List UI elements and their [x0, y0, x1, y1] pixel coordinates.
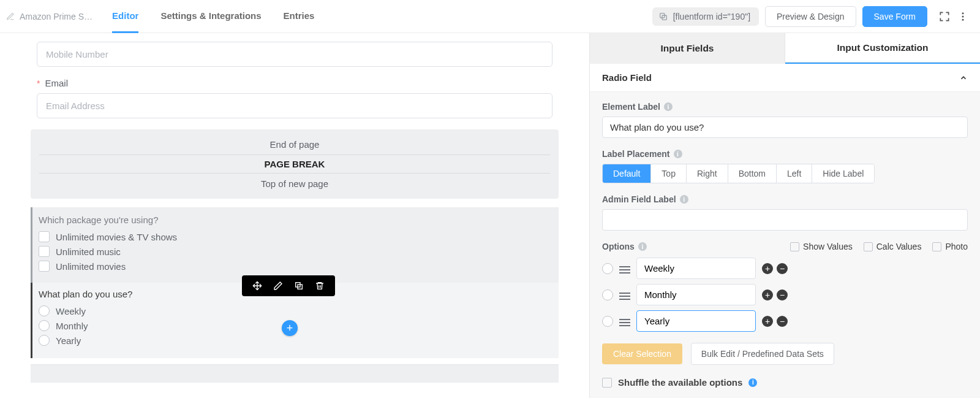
tab-input-customization[interactable]: Input Customization — [785, 33, 980, 64]
plan-option-label: Monthly — [56, 321, 88, 331]
radio-icon[interactable] — [39, 320, 50, 331]
option-label-input[interactable] — [636, 310, 756, 332]
calc-values-checkbox[interactable]: Calc Values — [864, 242, 922, 251]
page-break-top-text: Top of new page — [39, 177, 550, 190]
sidebar: Input Fields Input Customization Radio F… — [590, 33, 980, 398]
info-icon[interactable]: i — [664, 102, 673, 111]
remove-option-button[interactable]: − — [777, 316, 788, 327]
preview-design-button[interactable]: Preview & Design — [765, 6, 856, 27]
plan-option-label: Weekly — [56, 306, 86, 316]
drag-handle-icon[interactable] — [619, 317, 630, 326]
form-title-edit[interactable]: Amazon Prime S… — [6, 12, 92, 21]
shortcode-text: [fluentform id="190"] — [673, 12, 750, 21]
email-label: Email — [45, 78, 68, 88]
clear-selection-button[interactable]: Clear Selection — [602, 343, 682, 364]
package-option-label: Unlimited movies — [56, 261, 126, 272]
tab-settings[interactable]: Settings & Integrations — [160, 0, 261, 33]
add-option-button[interactable]: + — [762, 263, 773, 274]
placement-right[interactable]: Right — [687, 164, 728, 183]
more-menu-icon[interactable] — [956, 9, 970, 24]
move-icon[interactable] — [248, 279, 266, 293]
form-title-text: Amazon Prime S… — [20, 12, 92, 21]
option-row: + − — [602, 284, 968, 305]
checkbox-icon[interactable] — [39, 231, 50, 242]
duplicate-icon[interactable] — [290, 279, 308, 293]
mobile-input[interactable] — [37, 42, 552, 67]
fullscreen-icon[interactable] — [937, 9, 952, 24]
plan-option-label: Yearly — [56, 335, 81, 346]
plan-option[interactable]: Yearly — [39, 335, 552, 346]
sidebar-tabs: Input Fields Input Customization — [590, 33, 980, 64]
tab-editor[interactable]: Editor — [112, 0, 138, 33]
top-tabs: Editor Settings & Integrations Entries — [112, 0, 314, 33]
tab-input-fields[interactable]: Input Fields — [590, 33, 785, 64]
option-default-radio[interactable] — [602, 316, 613, 327]
package-option[interactable]: Unlimited movies — [39, 261, 552, 272]
photo-checkbox[interactable]: Photo — [932, 242, 968, 251]
info-icon[interactable]: i — [638, 242, 647, 251]
bulk-edit-button[interactable]: Bulk Edit / Predefined Data Sets — [691, 343, 834, 365]
option-default-radio[interactable] — [602, 289, 613, 300]
trash-icon[interactable] — [311, 279, 329, 293]
pencil-icon — [6, 12, 15, 21]
info-icon[interactable]: i — [674, 150, 682, 158]
add-option-button[interactable]: + — [762, 289, 773, 300]
label-placement-header: Label Placement i — [602, 149, 968, 159]
shortcode-copy[interactable]: [fluentform id="190"] — [652, 7, 759, 26]
placement-hide[interactable]: Hide Label — [812, 164, 874, 183]
admin-label-input[interactable] — [602, 209, 968, 231]
radio-icon[interactable] — [39, 335, 50, 346]
remove-option-button[interactable]: − — [777, 289, 788, 300]
placement-top[interactable]: Top — [651, 164, 687, 183]
package-option[interactable]: Unlimited music — [39, 246, 552, 257]
form-canvas: * Email End of page PAGE BREAK Top of ne… — [0, 33, 590, 398]
option-row: + − — [602, 310, 968, 332]
shuffle-label: Shuffle the available options — [618, 377, 742, 388]
drag-handle-icon[interactable] — [619, 291, 630, 299]
save-form-button[interactable]: Save Form — [862, 6, 927, 27]
placement-default[interactable]: Default — [603, 164, 651, 183]
admin-label-header: Admin Field Label i — [602, 194, 968, 204]
field-package[interactable]: Which package you're using? Unlimited mo… — [31, 207, 559, 283]
checkbox-icon[interactable] — [39, 246, 50, 257]
info-icon[interactable]: i — [680, 195, 688, 204]
add-field-button[interactable]: + — [282, 320, 298, 336]
empty-block — [31, 364, 559, 383]
radio-icon[interactable] — [39, 305, 50, 316]
field-mobile[interactable] — [31, 33, 559, 69]
info-icon[interactable]: i — [748, 378, 757, 387]
package-question-label: Which package you're using? — [39, 215, 552, 225]
plan-option[interactable]: Weekly — [39, 305, 552, 316]
element-label-input[interactable] — [602, 117, 968, 138]
add-option-button[interactable]: + — [762, 316, 773, 327]
page-break-mid-text: PAGE BREAK — [39, 159, 550, 169]
show-values-checkbox[interactable]: Show Values — [790, 242, 853, 251]
option-label-input[interactable] — [636, 284, 756, 305]
svg-point-4 — [962, 18, 964, 20]
page-break-end-text: End of page — [39, 138, 550, 151]
sidebar-section-title: Radio Field — [602, 72, 652, 83]
options-header: Options i — [602, 242, 647, 251]
svg-point-2 — [962, 12, 964, 14]
placement-left[interactable]: Left — [777, 164, 812, 183]
shuffle-checkbox[interactable] — [602, 378, 612, 388]
placement-bottom[interactable]: Bottom — [728, 164, 777, 183]
chevron-up-icon — [959, 74, 968, 82]
field-email[interactable]: * Email — [31, 75, 559, 121]
page-break-element[interactable]: End of page PAGE BREAK Top of new page — [31, 129, 559, 199]
checkbox-icon[interactable] — [39, 261, 50, 272]
remove-option-button[interactable]: − — [777, 263, 788, 274]
drag-handle-icon[interactable] — [619, 264, 630, 273]
option-label-input[interactable] — [636, 258, 756, 279]
email-input[interactable] — [37, 93, 552, 118]
required-star-icon: * — [37, 79, 40, 88]
field-action-toolbar — [242, 275, 335, 296]
tab-entries[interactable]: Entries — [284, 0, 315, 33]
package-option[interactable]: Unlimited movies & TV shows — [39, 231, 552, 242]
option-default-radio[interactable] — [602, 263, 613, 274]
sidebar-section-header[interactable]: Radio Field — [590, 64, 980, 92]
svg-point-3 — [962, 15, 964, 17]
element-label-header: Element Label i — [602, 102, 968, 112]
edit-icon[interactable] — [269, 279, 287, 293]
copy-icon — [658, 12, 668, 21]
